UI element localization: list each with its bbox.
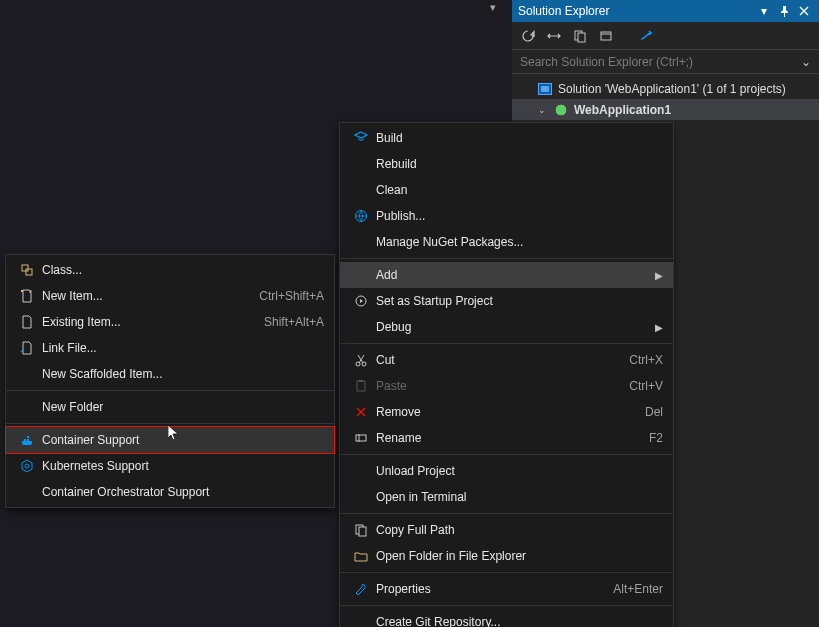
menu-rebuild[interactable]: Rebuild xyxy=(340,151,673,177)
copy-icon xyxy=(350,522,372,538)
panel-close-icon[interactable] xyxy=(795,2,813,20)
menu-separator xyxy=(340,258,673,259)
existing-item-icon xyxy=(16,314,38,330)
svg-point-15 xyxy=(25,464,29,468)
menu-startup[interactable]: Set as Startup Project xyxy=(340,288,673,314)
rename-icon xyxy=(350,430,372,446)
svg-rect-13 xyxy=(26,269,32,275)
project-label: WebApplication1 xyxy=(574,103,671,117)
menu-kubernetes[interactable]: Kubernetes Support xyxy=(6,453,334,479)
menu-unload[interactable]: Unload Project xyxy=(340,458,673,484)
svg-rect-12 xyxy=(22,265,28,271)
menu-container-support[interactable]: Container Support xyxy=(6,427,334,453)
menu-separator xyxy=(340,343,673,344)
menu-terminal[interactable]: Open in Terminal xyxy=(340,484,673,510)
cut-icon xyxy=(350,352,372,368)
sync-icon[interactable] xyxy=(544,26,564,46)
expander-icon[interactable]: ⌄ xyxy=(536,105,548,115)
panel-pin-icon[interactable] xyxy=(775,2,793,20)
add-submenu: Class... New Item...Ctrl+Shift+A Existin… xyxy=(5,254,335,508)
menu-add[interactable]: Add▶ xyxy=(340,262,673,288)
menu-separator xyxy=(340,513,673,514)
svg-marker-14 xyxy=(22,460,32,472)
panel-dropdown-icon[interactable]: ▾ xyxy=(755,2,773,20)
menu-class[interactable]: Class... xyxy=(6,257,334,283)
submenu-arrow-icon: ▶ xyxy=(655,270,663,281)
menu-link-file[interactable]: Link File... xyxy=(6,335,334,361)
new-item-icon xyxy=(16,288,38,304)
svg-rect-1 xyxy=(578,33,585,42)
swoosh-icon[interactable] xyxy=(638,26,658,46)
solution-node[interactable]: Solution 'WebApplication1' (1 of 1 proje… xyxy=(512,78,819,99)
search-input[interactable] xyxy=(520,55,801,69)
folder-icon xyxy=(350,548,372,564)
paste-icon xyxy=(350,378,372,394)
remove-icon xyxy=(350,404,372,420)
menu-copy-path[interactable]: Copy Full Path xyxy=(340,517,673,543)
menu-new-folder[interactable]: New Folder xyxy=(6,394,334,420)
menu-file-explorer[interactable]: Open Folder in File Explorer xyxy=(340,543,673,569)
class-icon xyxy=(16,262,38,278)
refresh-icon[interactable] xyxy=(518,26,538,46)
solution-icon xyxy=(537,81,553,97)
project-context-menu: Build Rebuild Clean Publish... Manage Nu… xyxy=(339,122,674,627)
dropdown-icon[interactable]: ▾ xyxy=(490,1,496,14)
build-icon xyxy=(350,130,372,146)
svg-rect-8 xyxy=(359,380,363,382)
menu-existing-item[interactable]: Existing Item...Shift+Alt+A xyxy=(6,309,334,335)
menu-separator xyxy=(6,390,334,391)
csproj-icon xyxy=(553,102,569,118)
menu-separator xyxy=(340,454,673,455)
project-node[interactable]: ⌄ WebApplication1 xyxy=(512,99,819,120)
menu-scaffolded[interactable]: New Scaffolded Item... xyxy=(6,361,334,387)
new-window-icon[interactable] xyxy=(596,26,616,46)
svg-rect-7 xyxy=(357,381,365,391)
menu-nuget[interactable]: Manage NuGet Packages... xyxy=(340,229,673,255)
menu-separator xyxy=(340,572,673,573)
startup-icon xyxy=(350,293,372,309)
kubernetes-icon xyxy=(16,458,38,474)
chevron-down-icon[interactable]: ⌄ xyxy=(801,55,811,69)
copy-icon[interactable] xyxy=(570,26,590,46)
menu-remove[interactable]: RemoveDel xyxy=(340,399,673,425)
menu-paste: PasteCtrl+V xyxy=(340,373,673,399)
menu-properties[interactable]: PropertiesAlt+Enter xyxy=(340,576,673,602)
menu-separator xyxy=(340,605,673,606)
wrench-icon xyxy=(350,581,372,597)
container-icon xyxy=(16,432,38,448)
menu-clean[interactable]: Clean xyxy=(340,177,673,203)
publish-icon xyxy=(350,208,372,224)
menu-separator xyxy=(6,423,334,424)
menu-git[interactable]: Create Git Repository... xyxy=(340,609,673,627)
menu-debug[interactable]: Debug▶ xyxy=(340,314,673,340)
svg-rect-11 xyxy=(359,527,366,536)
menu-orchestrator[interactable]: Container Orchestrator Support xyxy=(6,479,334,505)
menu-cut[interactable]: CutCtrl+X xyxy=(340,347,673,373)
menu-publish[interactable]: Publish... xyxy=(340,203,673,229)
submenu-arrow-icon: ▶ xyxy=(655,322,663,333)
menu-rename[interactable]: RenameF2 xyxy=(340,425,673,451)
panel-title-text: Solution Explorer xyxy=(518,4,609,18)
svg-rect-9 xyxy=(356,435,366,441)
panel-title-bar: Solution Explorer ▾ xyxy=(512,0,819,22)
svg-rect-2 xyxy=(601,32,611,40)
menu-build[interactable]: Build xyxy=(340,125,673,151)
link-file-icon xyxy=(16,340,38,356)
search-box[interactable]: ⌄ xyxy=(512,50,819,74)
panel-toolbar xyxy=(512,22,819,50)
menu-new-item[interactable]: New Item...Ctrl+Shift+A xyxy=(6,283,334,309)
solution-label: Solution 'WebApplication1' (1 of 1 proje… xyxy=(558,82,786,96)
